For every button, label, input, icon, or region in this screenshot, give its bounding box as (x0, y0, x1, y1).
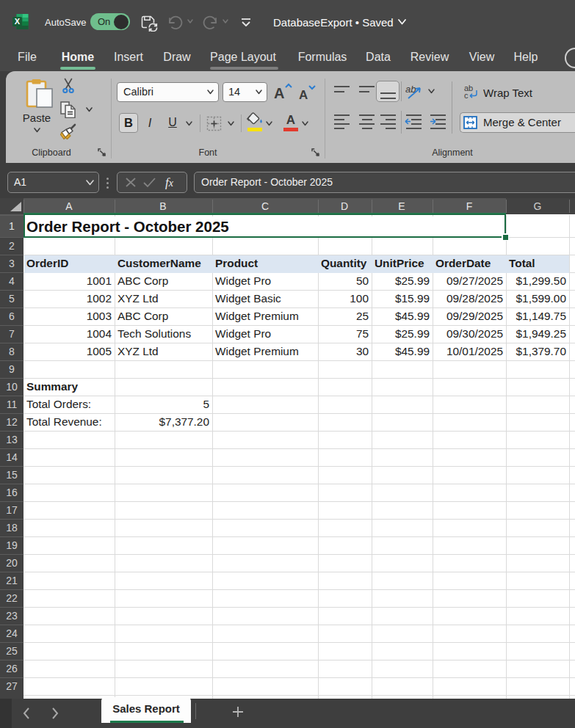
svg-text:c: c (464, 91, 469, 100)
svg-text:X: X (15, 17, 21, 26)
svg-text:A: A (274, 85, 284, 101)
svg-text:A: A (299, 88, 308, 101)
